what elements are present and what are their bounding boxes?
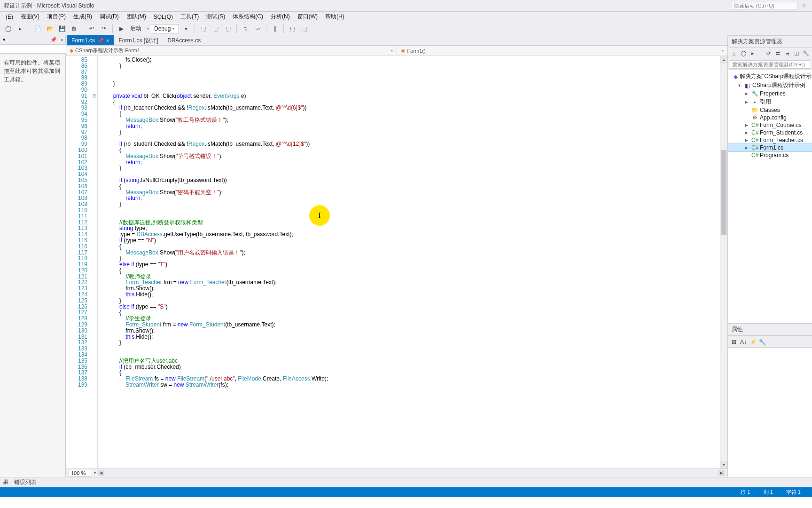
twisty-icon[interactable]: ▶ bbox=[745, 100, 750, 104]
step-into-button[interactable]: ↴ bbox=[240, 24, 250, 34]
cs-icon: C# bbox=[751, 122, 758, 128]
twisty-icon[interactable]: ▶ bbox=[745, 145, 750, 150]
menu-item[interactable]: 测试(S) bbox=[203, 12, 229, 22]
start-button[interactable]: ▶ bbox=[116, 24, 126, 34]
output-tab[interactable]: 错误列表 bbox=[14, 478, 37, 486]
toolbox-search-input[interactable] bbox=[0, 45, 69, 53]
tree-node[interactable]: ⚙App.config bbox=[728, 114, 812, 121]
quick-launch-input[interactable] bbox=[732, 2, 797, 9]
start-label[interactable]: 启动 bbox=[128, 24, 143, 32]
nav-class-selector[interactable]: ◆ CSharp课程设计示例.Form1 ▾ bbox=[66, 47, 397, 54]
cs-icon: C# bbox=[751, 152, 758, 159]
scroll-down-icon[interactable]: ▼ bbox=[720, 461, 727, 468]
tree-node[interactable]: ▶C#Form_Course.cs bbox=[728, 121, 812, 129]
scroll-up-icon[interactable]: ▲ bbox=[720, 56, 727, 64]
extra-button-1[interactable]: ⬚ bbox=[287, 24, 297, 34]
code-content[interactable]: fs.Close(); } } private void bt_OK_Click… bbox=[98, 56, 727, 468]
step-over-button[interactable]: ⤻ bbox=[252, 24, 263, 34]
pin-icon[interactable]: 📌 bbox=[98, 38, 103, 43]
document-tab[interactable]: DBAccess.cs bbox=[163, 35, 205, 45]
close-icon[interactable]: × bbox=[59, 37, 65, 43]
twisty-icon[interactable]: ▼ bbox=[737, 83, 742, 88]
step-button-2[interactable]: ⬚ bbox=[211, 24, 221, 34]
cs-icon: C# bbox=[751, 144, 758, 151]
twisty-icon[interactable]: ▶ bbox=[745, 138, 750, 143]
categorized-icon[interactable]: ⊞ bbox=[730, 338, 738, 346]
solution-search-input[interactable] bbox=[730, 60, 810, 69]
nav-method-selector[interactable]: ◉ Form1() ▾ bbox=[397, 48, 728, 54]
refresh-icon[interactable]: ⟳ bbox=[764, 49, 773, 58]
comment-button[interactable]: ∥ bbox=[270, 24, 280, 34]
tree-node[interactable]: ◆解决方案"CSharp课程设计示例"(1 bbox=[728, 72, 812, 81]
pin-icon[interactable]: 📌 bbox=[48, 37, 59, 43]
tree-label: Properties bbox=[760, 90, 786, 97]
twisty-icon[interactable]: ▶ bbox=[745, 123, 750, 127]
code-editor[interactable]: 8586878889909192939495969798991001011021… bbox=[66, 56, 727, 468]
show-all-icon[interactable]: ◫ bbox=[792, 49, 801, 58]
titlebar: 程设计示例 - Microsoft Visual Studio ⌕ bbox=[0, 0, 812, 12]
nav-back-button[interactable]: ◯ bbox=[3, 24, 13, 34]
config-selector[interactable]: Debug ▾ bbox=[151, 24, 179, 33]
zoom-level[interactable]: 100 % bbox=[69, 470, 92, 476]
vertical-scrollbar[interactable]: − ▲ ▼ bbox=[720, 56, 727, 468]
start-dropdown[interactable]: ▾ bbox=[145, 26, 149, 31]
search-icon[interactable]: ⌕ bbox=[799, 1, 808, 11]
redo-button[interactable]: ↷ bbox=[99, 24, 109, 34]
nav-fwd-button[interactable]: ▸ bbox=[15, 24, 25, 34]
tree-node[interactable]: ▼◧CSharp课程设计示例 bbox=[728, 81, 812, 90]
menu-item[interactable]: 调试(D) bbox=[96, 12, 123, 22]
tree-node[interactable]: ▶▪引用 bbox=[728, 97, 812, 106]
scroll-thumb[interactable] bbox=[721, 150, 726, 235]
twisty-icon[interactable]: ▶ bbox=[745, 91, 750, 96]
menu-item[interactable]: 工具(T) bbox=[177, 12, 203, 22]
tree-node[interactable]: ▶C#Form_Student.cs bbox=[728, 129, 812, 136]
alphabetical-icon[interactable]: A↓ bbox=[739, 338, 748, 346]
new-project-button[interactable]: 📄 bbox=[32, 24, 43, 34]
tree-node[interactable]: ▶C#Form1.cs bbox=[728, 144, 812, 151]
extra-button-2[interactable]: ⬚ bbox=[299, 24, 310, 34]
menu-item[interactable]: 团队(M) bbox=[123, 12, 150, 22]
fwd-icon[interactable]: ▸ bbox=[749, 49, 757, 58]
tree-node[interactable]: ▶C#Form_Teacher.cs bbox=[728, 136, 812, 144]
tree-label: Form1.cs bbox=[760, 144, 783, 151]
step-button-1[interactable]: ⬚ bbox=[198, 24, 209, 34]
tree-node[interactable]: C#Program.cs bbox=[728, 151, 812, 159]
document-tab[interactable]: Form1.cs [设计] bbox=[114, 35, 163, 45]
dropdown-button[interactable]: ▾ bbox=[181, 24, 191, 34]
close-icon[interactable]: × bbox=[106, 38, 109, 43]
menu-item[interactable]: 体系结构(C) bbox=[229, 12, 267, 22]
collapse-icon[interactable]: ⊟ bbox=[783, 49, 791, 58]
tree-node[interactable]: 📁Classes bbox=[728, 106, 812, 114]
menu-item[interactable]: (E) bbox=[2, 13, 17, 21]
menu-item[interactable]: 生成(B) bbox=[70, 12, 96, 22]
nav-method-label: Form1() bbox=[407, 48, 426, 54]
fold-gutter[interactable]: ⊟ bbox=[91, 56, 98, 468]
events-icon[interactable]: ⚡ bbox=[749, 338, 757, 346]
menu-item[interactable]: 项目(P) bbox=[43, 12, 70, 22]
menu-item[interactable]: 帮助(H) bbox=[321, 12, 348, 22]
wrench-icon[interactable]: 🔧 bbox=[758, 338, 766, 346]
chevron-down-icon[interactable]: ▾ bbox=[94, 471, 96, 475]
main-area: ▾ 📌 × ⌕ 有可用的控件。将某项拖至此本可将其添加到工具箱。 Form1.c… bbox=[0, 35, 812, 477]
tree-node[interactable]: ▶🔧Properties bbox=[728, 90, 812, 97]
open-button[interactable]: 📂 bbox=[45, 24, 55, 34]
menu-item[interactable]: 窗口(W) bbox=[294, 12, 321, 22]
menu-item[interactable]: 视图(V) bbox=[17, 12, 43, 22]
back-icon[interactable]: ◯ bbox=[739, 49, 748, 58]
step-button-3[interactable]: ⬚ bbox=[223, 24, 233, 34]
scroll-right-icon[interactable]: ▶ bbox=[718, 470, 725, 476]
undo-button[interactable]: ↶ bbox=[86, 24, 97, 34]
save-all-button[interactable]: 🗎 bbox=[69, 24, 79, 34]
menu-item[interactable]: SQL(Q) bbox=[150, 13, 177, 21]
document-tab[interactable]: Form1.cs📌× bbox=[67, 35, 114, 45]
horizontal-scrollbar[interactable]: ◀ ▶ bbox=[98, 470, 725, 476]
save-button[interactable]: 💾 bbox=[57, 24, 67, 34]
output-tab[interactable]: 果 bbox=[3, 478, 8, 486]
properties-icon[interactable]: 🔧 bbox=[802, 49, 810, 58]
scroll-left-icon[interactable]: ◀ bbox=[98, 470, 104, 476]
menu-item[interactable]: 分析(N) bbox=[267, 12, 294, 22]
toolbox-tab[interactable]: ▾ bbox=[0, 36, 8, 44]
sync-icon[interactable]: ⇄ bbox=[773, 49, 782, 58]
twisty-icon[interactable]: ▶ bbox=[745, 130, 750, 135]
home-icon[interactable]: ⌂ bbox=[730, 49, 738, 58]
